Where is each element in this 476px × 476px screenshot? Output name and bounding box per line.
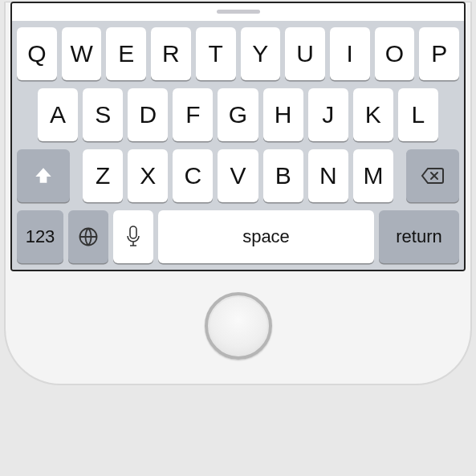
key-h[interactable]: H bbox=[263, 88, 303, 141]
shift-icon bbox=[33, 165, 54, 186]
app-sheet-top bbox=[12, 3, 464, 21]
key-o[interactable]: O bbox=[375, 27, 415, 80]
backspace-key[interactable] bbox=[406, 149, 459, 202]
key-e[interactable]: E bbox=[106, 27, 146, 80]
keyboard-row-3-letters: Z X C V B N M bbox=[75, 149, 401, 202]
key-q[interactable]: Q bbox=[17, 27, 57, 80]
key-p[interactable]: P bbox=[419, 27, 459, 80]
key-s[interactable]: S bbox=[83, 88, 123, 141]
key-v[interactable]: V bbox=[218, 149, 258, 202]
space-key[interactable]: space bbox=[158, 210, 374, 263]
key-x[interactable]: X bbox=[128, 149, 168, 202]
key-t[interactable]: T bbox=[196, 27, 236, 80]
key-f[interactable]: F bbox=[173, 88, 213, 141]
iphone-body: Q W E R T Y U I O P A S D F G H J K L bbox=[4, 2, 472, 385]
key-g[interactable]: G bbox=[218, 88, 258, 141]
key-k[interactable]: K bbox=[353, 88, 393, 141]
home-button[interactable] bbox=[205, 292, 272, 360]
key-z[interactable]: Z bbox=[83, 149, 123, 202]
key-d[interactable]: D bbox=[128, 88, 168, 141]
drag-handle-icon[interactable] bbox=[217, 10, 260, 14]
keyboard-row-4: 123 bbox=[17, 210, 459, 263]
key-c[interactable]: C bbox=[173, 149, 213, 202]
keyboard-row-2: A S D F G H J K L bbox=[17, 88, 459, 141]
key-i[interactable]: I bbox=[330, 27, 370, 80]
key-b[interactable]: B bbox=[263, 149, 303, 202]
globe-key[interactable] bbox=[68, 210, 108, 263]
key-a[interactable]: A bbox=[38, 88, 78, 141]
return-key[interactable]: return bbox=[379, 210, 459, 263]
key-m[interactable]: M bbox=[353, 149, 393, 202]
microphone-icon bbox=[125, 225, 141, 249]
keyboard-row-1: Q W E R T Y U I O P bbox=[17, 27, 459, 80]
svg-rect-1 bbox=[130, 226, 136, 238]
ios-keyboard: Q W E R T Y U I O P A S D F G H J K L bbox=[12, 21, 464, 270]
home-button-area bbox=[10, 271, 466, 360]
dictation-key[interactable] bbox=[113, 210, 153, 263]
shift-key[interactable] bbox=[17, 149, 70, 202]
numbers-key[interactable]: 123 bbox=[17, 210, 63, 263]
key-y[interactable]: Y bbox=[241, 27, 281, 80]
backspace-icon bbox=[421, 166, 445, 185]
key-w[interactable]: W bbox=[62, 27, 102, 80]
key-r[interactable]: R bbox=[151, 27, 191, 80]
key-u[interactable]: U bbox=[285, 27, 325, 80]
keyboard-row-3: Z X C V B N M bbox=[17, 149, 459, 202]
key-l[interactable]: L bbox=[398, 88, 438, 141]
key-j[interactable]: J bbox=[308, 88, 348, 141]
screen: Q W E R T Y U I O P A S D F G H J K L bbox=[10, 2, 466, 271]
globe-icon bbox=[77, 226, 100, 248]
key-n[interactable]: N bbox=[308, 149, 348, 202]
